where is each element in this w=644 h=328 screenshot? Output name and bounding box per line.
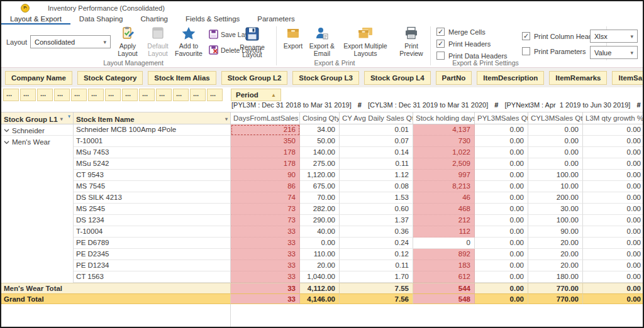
default-layout-button[interactable]: Default Layout	[143, 26, 172, 57]
value-cell[interactable]: 90	[231, 170, 300, 181]
value-cell[interactable]: 0.00	[583, 136, 644, 147]
value-cell[interactable]: 0.00	[300, 238, 340, 249]
value-cell[interactable]: 0.00	[475, 158, 528, 170]
column-header-closing-qty[interactable]: Closing Qty	[300, 112, 340, 124]
value-cell[interactable]: 0.00	[475, 260, 528, 271]
group-cell[interactable]: Schneider	[1, 124, 74, 136]
stock-item-cell[interactable]: T-10004	[74, 226, 231, 238]
print-preview-button[interactable]: Print Preview	[396, 26, 426, 57]
column-chip-stock-group-l3[interactable]: Stock Group L3	[292, 71, 359, 85]
value-cell[interactable]: 50.00	[300, 136, 340, 147]
value-cell[interactable]: 892	[413, 249, 475, 260]
value-cell[interactable]: 2,509	[413, 158, 475, 170]
format-select[interactable]: Xlsx ▾	[590, 30, 638, 43]
value-cell[interactable]: 33	[231, 271, 300, 283]
apply-layout-button[interactable]: Apply Layout	[113, 26, 142, 57]
value-cell[interactable]: 46	[413, 192, 475, 204]
value-cell[interactable]: 468	[413, 204, 475, 215]
stock-item-cell[interactable]: MS 2545	[74, 204, 231, 215]
value-cell[interactable]: 20.00	[528, 249, 583, 260]
print-parameters-checkbox[interactable]: Print Parameters	[522, 47, 586, 55]
value-cell[interactable]: 0.00	[475, 249, 528, 260]
value-cell[interactable]: 730	[413, 136, 475, 147]
column-header-stock-item-name[interactable]: Stock Item Name▾	[74, 112, 231, 124]
value-cell[interactable]: 0.00	[583, 170, 644, 181]
value-cell[interactable]: 1,022	[413, 147, 475, 158]
value-cell[interactable]: 112	[413, 226, 475, 238]
filter-cell[interactable]: ...	[122, 89, 138, 101]
value-cell[interactable]: 0.00	[528, 158, 583, 170]
column-chip-stock-item-alias[interactable]: Stock Item Alias	[148, 71, 216, 85]
group-cell[interactable]	[1, 147, 74, 158]
print-headers-checkbox[interactable]: Print Headers	[436, 40, 491, 48]
value-cell[interactable]: 350	[231, 136, 300, 147]
value-cell[interactable]: 0.00	[583, 204, 644, 215]
export-email-button[interactable]: Export & Email	[308, 26, 336, 57]
value-cell[interactable]: 200.00	[528, 192, 583, 204]
value-cell[interactable]: 675.00	[300, 181, 340, 192]
value-cell[interactable]: 140.00	[300, 147, 340, 158]
tab-parameters[interactable]: Parameters	[248, 15, 303, 25]
column-chip-stock-group-l2[interactable]: Stock Group L2	[221, 71, 288, 85]
stock-item-cell[interactable]: MSu 7453	[74, 147, 231, 158]
value-cell[interactable]: 0.00	[528, 136, 583, 147]
value-cell[interactable]: 0.07	[340, 136, 413, 147]
value-cell[interactable]: 0.00	[583, 124, 644, 136]
value-cell[interactable]: 70.00	[300, 192, 340, 204]
value-cell[interactable]: 0.08	[340, 181, 413, 192]
value-cell[interactable]: 40.00	[300, 226, 340, 238]
period-band-header[interactable]: Period ▲	[231, 89, 281, 101]
value-cell[interactable]: 0.14	[340, 147, 413, 158]
value-cell[interactable]: 0.00	[475, 238, 528, 249]
column-chip-itemremarks[interactable]: ItemRemarks	[549, 71, 607, 85]
value-cell[interactable]: 0.00	[583, 181, 644, 192]
value-cell[interactable]: 0.00	[475, 215, 528, 226]
value-cell[interactable]: 10.00	[528, 181, 583, 192]
column-header-cyl3msales-qty[interactable]: CYL3MSales Qty	[528, 112, 583, 124]
value-cell[interactable]: 0.12	[340, 249, 413, 260]
value-cell[interactable]: 0.11	[340, 260, 413, 271]
value-cell[interactable]: 0.00	[583, 215, 644, 226]
column-header-daysfromlastsales[interactable]: DaysFromLastSales ...	[231, 112, 300, 124]
export-button[interactable]: Export	[280, 26, 306, 50]
value-cell[interactable]: 30.00	[528, 204, 583, 215]
value-cell[interactable]: 290.00	[300, 215, 340, 226]
value-cell[interactable]: 0.60	[340, 204, 413, 215]
column-chip-stock-group-l4[interactable]: Stock Group L4	[364, 71, 431, 85]
value-cell[interactable]: 0.00	[475, 170, 528, 181]
value-cell[interactable]: 20.00	[300, 260, 340, 271]
stock-item-cell[interactable]: MSu 5242	[74, 158, 231, 170]
stock-item-cell[interactable]: MS 7545	[74, 181, 231, 192]
value-cell[interactable]: 34.00	[300, 124, 340, 136]
group-cell[interactable]: Men's Wear	[1, 136, 74, 147]
filter-cell[interactable]: ...	[105, 89, 121, 101]
value-cell[interactable]: 74	[231, 192, 300, 204]
group-cell[interactable]	[1, 271, 74, 283]
group-cell[interactable]	[1, 226, 74, 238]
filter-cell[interactable]: ...	[88, 89, 104, 101]
value-cell[interactable]: 1,120.00	[300, 170, 340, 181]
value-cell[interactable]: 1.37	[340, 215, 413, 226]
value-cell[interactable]: 0.00	[583, 226, 644, 238]
value-cell[interactable]: 0.00	[528, 147, 583, 158]
column-header-l3m-qty-growth[interactable]: L3M qty growth %	[583, 112, 644, 124]
stock-item-cell[interactable]: PE D1234	[74, 260, 231, 271]
value-cell[interactable]: 0.24	[340, 238, 413, 249]
filter-cell[interactable]: ...	[173, 89, 189, 101]
value-cell[interactable]: 33	[231, 260, 300, 271]
value-cell[interactable]: 1.12	[340, 170, 413, 181]
add-to-favourite-button[interactable]: Add to Favourite	[172, 26, 205, 57]
filter-cell[interactable]: ...	[207, 89, 223, 101]
value-cell[interactable]: 183	[413, 260, 475, 271]
group-cell[interactable]	[1, 170, 74, 181]
group-cell[interactable]	[1, 158, 74, 170]
column-chip-partno[interactable]: PartNo	[436, 71, 472, 85]
rename-layout-button[interactable]: Rename Layout	[233, 26, 272, 58]
value-cell[interactable]: 282.00	[300, 204, 340, 215]
filter-cell[interactable]: ...	[54, 89, 70, 101]
value-cell[interactable]: 33	[231, 238, 300, 249]
filter-cell[interactable]: ...	[20, 89, 36, 101]
value-cell[interactable]: 8,213	[413, 181, 475, 192]
value-cell[interactable]: 275.00	[300, 158, 340, 170]
value-cell[interactable]: 0.00	[528, 124, 583, 136]
